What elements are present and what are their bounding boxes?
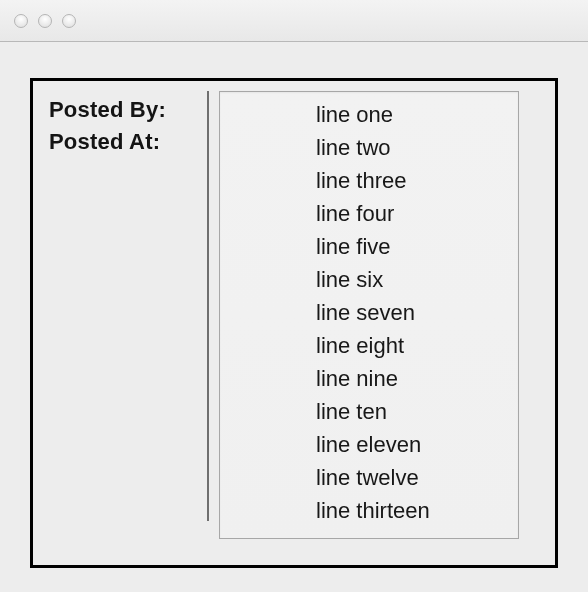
list-item[interactable]: line four (220, 197, 518, 230)
close-icon[interactable] (14, 14, 28, 28)
titlebar (0, 0, 588, 42)
window: Posted By: Posted At: line oneline twoli… (0, 0, 588, 592)
lines-listbox[interactable]: line oneline twoline threeline fourline … (219, 91, 519, 539)
panel: Posted By: Posted At: line oneline twoli… (30, 78, 558, 568)
posted-by-label: Posted By: (49, 97, 197, 123)
zoom-icon[interactable] (62, 14, 76, 28)
labels-column: Posted By: Posted At: (49, 91, 209, 521)
list-item[interactable]: line twelve (220, 461, 518, 494)
list-item[interactable]: line ten (220, 395, 518, 428)
list-item[interactable]: line seven (220, 296, 518, 329)
list-item[interactable]: line eight (220, 329, 518, 362)
list-item[interactable]: line three (220, 164, 518, 197)
list-item[interactable]: line five (220, 230, 518, 263)
list-item[interactable]: line six (220, 263, 518, 296)
list-item[interactable]: line nine (220, 362, 518, 395)
content-area: Posted By: Posted At: line oneline twoli… (0, 42, 588, 592)
minimize-icon[interactable] (38, 14, 52, 28)
list-column: line oneline twoline threeline fourline … (209, 91, 533, 549)
list-item[interactable]: line two (220, 131, 518, 164)
list-item[interactable]: line one (220, 98, 518, 131)
posted-at-label: Posted At: (49, 129, 197, 155)
list-item[interactable]: line thirteen (220, 494, 518, 527)
list-item[interactable]: line eleven (220, 428, 518, 461)
